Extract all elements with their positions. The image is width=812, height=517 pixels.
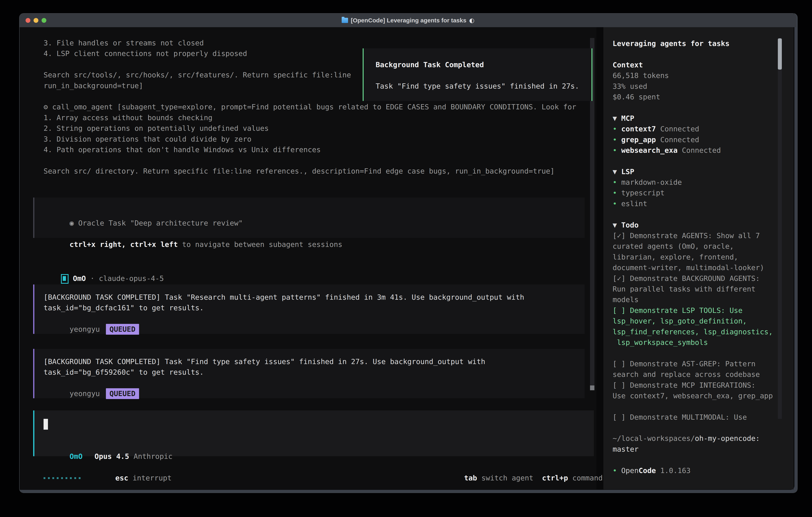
sidebar-line: Use context7, websearch_exa, grep_app xyxy=(613,390,780,401)
task-message-line1: [BACKGROUND TASK COMPLETED] Task "Find t… xyxy=(44,356,485,367)
window-title: [OpenCode] Leveraging agents for tasks xyxy=(351,13,466,27)
sidebar-line: • websearch_exa Connected xyxy=(613,145,780,156)
main-scrollbar-thumb[interactable] xyxy=(590,385,594,390)
sidebar-line: 66,518 tokens xyxy=(613,70,780,81)
task-message-line2: task_id="bg_dcfac161" to get results. xyxy=(44,302,204,313)
sidebar-line: • markdown-oxide xyxy=(613,177,780,188)
spinner-dots-icon xyxy=(44,472,81,483)
sidebar-line: librarian, explore, frontend, xyxy=(613,252,780,262)
sidebar-line: ▼ Todo xyxy=(613,220,780,230)
text-cursor xyxy=(44,419,48,430)
queued-status-badge: QUEUED xyxy=(106,388,139,399)
tab-key-hint: tab xyxy=(464,474,477,482)
sidebar-line: [ ] Demonstrate MULTIMODAL: Use xyxy=(613,412,780,423)
sidebar-line xyxy=(613,49,780,59)
toast-body: Task "Find type safety issues" finished … xyxy=(376,81,579,91)
esc-key-label: interrupt xyxy=(128,474,172,482)
sidebar-line: Leveraging agents for tasks xyxy=(613,38,780,49)
task-user: yeongyu xyxy=(69,389,100,398)
sidebar-line: Run parallel tasks with different xyxy=(613,284,780,294)
input-provider-name: Anthropic xyxy=(134,452,172,460)
agent-separator: · xyxy=(86,274,99,282)
nav-hint-keys: ctrl+x right, ctrl+x left xyxy=(69,240,178,248)
terminal-line: 2. String operations on potentially unde… xyxy=(44,123,587,134)
sidebar-line: lsp_workspace_symbols xyxy=(613,337,780,348)
task-message-line1: [BACKGROUND TASK COMPLETED] Task "Resear… xyxy=(44,292,524,302)
input-agent-name: OmO xyxy=(69,452,83,460)
screen: [OpenCode] Leveraging agents for tasks ◐… xyxy=(0,0,812,517)
sidebar-line: models xyxy=(613,294,780,305)
background-task-toast: Background Task Completed Task "Find typ… xyxy=(362,48,592,101)
agent-name: OmO xyxy=(73,274,86,282)
half-circle-icon: ◐ xyxy=(469,13,474,27)
esc-key-hint: esc xyxy=(115,474,128,482)
queued-status-badge: QUEUED xyxy=(106,324,139,334)
subagent-nav-hint: ctrl+x right, ctrl+x left to navigate be… xyxy=(44,228,343,261)
task-message-meta: yeongyuQUEUED xyxy=(44,378,139,410)
window-title-group: [OpenCode] Leveraging agents for tasks ◐ xyxy=(342,13,474,27)
toast-title: Background Task Completed xyxy=(376,59,484,70)
window-titlebar: [OpenCode] Leveraging agents for tasks ◐ xyxy=(20,13,796,27)
sidebar-line: • eslint xyxy=(613,198,780,209)
sidebar-line: [ ] Demonstrate AST-GREP: Pattern xyxy=(613,358,780,369)
sidebar-content: Leveraging agents for tasks Context66,51… xyxy=(613,38,780,476)
input-model-name: Opus 4.5 xyxy=(94,452,129,460)
sidebar-line xyxy=(613,423,780,433)
status-bar-right: tab switch agent ctrl+p commands xyxy=(447,462,607,494)
sidebar-line: [ ] Demonstrate LSP TOOLS: Use xyxy=(613,305,780,316)
sidebar-line: ▼ MCP xyxy=(613,113,780,124)
maximize-button[interactable] xyxy=(41,18,46,23)
terminal-line: 3. File handles or streams not closed xyxy=(44,37,587,48)
sidebar-line: • grep_app Connected xyxy=(613,134,780,145)
sidebar-scrollbar-track[interactable] xyxy=(778,38,782,419)
sidebar-line: lsp_find_references, lsp_diagnostics, xyxy=(613,326,780,337)
sidebar-line: document-writer, multimodal-looker) xyxy=(613,262,780,273)
sidebar-line xyxy=(613,348,780,358)
sidebar-scrollbar-thumb[interactable] xyxy=(778,38,782,70)
minimize-button[interactable] xyxy=(34,18,38,23)
sidebar-line: curated agents (OmO, oracle, xyxy=(613,241,780,251)
sidebar-line xyxy=(613,102,780,113)
task-message-2: [BACKGROUND TASK COMPLETED] Task "Find t… xyxy=(33,349,585,398)
sidebar-line: Context xyxy=(613,60,780,70)
close-button[interactable] xyxy=(26,18,30,23)
sidebar-line: • OpenCode 1.0.163 xyxy=(613,465,780,476)
ctrlp-key-hint: ctrl+p xyxy=(533,474,568,482)
sidebar-line: ▼ LSP xyxy=(613,166,780,177)
terminal-line: Search src/ directory. Return specific f… xyxy=(44,166,587,176)
terminal-line: 4. Path operations that don't handle Win… xyxy=(44,144,587,155)
terminal-line: 3. Division operations that could divide… xyxy=(44,134,587,144)
sidebar-line: [✓] Demonstrate BACKGROUND AGENTS: xyxy=(613,273,780,284)
sidebar-line: $0.46 spent xyxy=(613,91,780,102)
folder-icon xyxy=(342,18,348,23)
record-circle-icon: ◉ xyxy=(69,219,74,227)
sidebar-line xyxy=(613,455,780,465)
sidebar-line: [ ] Demonstrate MCP INTEGRATIONS: xyxy=(613,380,780,390)
sidebar-line: • typescript xyxy=(613,188,780,198)
task-message-line2: task_id="bg_6f59260c" to get results. xyxy=(44,367,204,377)
prompt-input[interactable]: OmOOpus 4.5Anthropic xyxy=(33,410,594,456)
agent-model: claude-opus-4-5 xyxy=(99,274,164,282)
sidebar-line xyxy=(613,401,780,412)
nav-hint-text: to navigate between subagent sessions xyxy=(178,240,343,248)
oracle-task-title: Oracle Task "Deep architecture review" xyxy=(74,219,243,227)
traffic-lights xyxy=(20,13,46,27)
sidebar-line: • context7 Connected xyxy=(613,124,780,134)
tab-key-label: switch agent xyxy=(477,474,533,482)
task-message-meta: yeongyuQUEUED xyxy=(44,313,139,345)
sidebar-line: lsp_hover, lsp_goto_definition, xyxy=(613,316,780,326)
task-user: yeongyu xyxy=(69,325,100,333)
sidebar-line: ~/local-workspaces/oh-my-opencode: xyxy=(613,433,780,444)
sidebar-line: master xyxy=(613,444,780,455)
sidebar-line: 33% used xyxy=(613,81,780,91)
sidebar-line xyxy=(613,209,780,219)
terminal-line xyxy=(44,155,587,166)
task-message-1: [BACKGROUND TASK COMPLETED] Task "Resear… xyxy=(33,284,585,334)
terminal-line: 1. Array access without bounds checking xyxy=(44,112,587,123)
sidebar-line: [✓] Demonstrate AGENTS: Show all 7 xyxy=(613,230,780,241)
agent-square-icon xyxy=(61,274,68,284)
oracle-task-box: ◉ Oracle Task "Deep architecture review"… xyxy=(33,197,585,238)
sidebar-line xyxy=(613,156,780,166)
ctrlp-key-label: commands xyxy=(568,474,607,482)
terminal-line: ⚙ call_omo_agent [subagent_type=explore,… xyxy=(44,102,587,112)
